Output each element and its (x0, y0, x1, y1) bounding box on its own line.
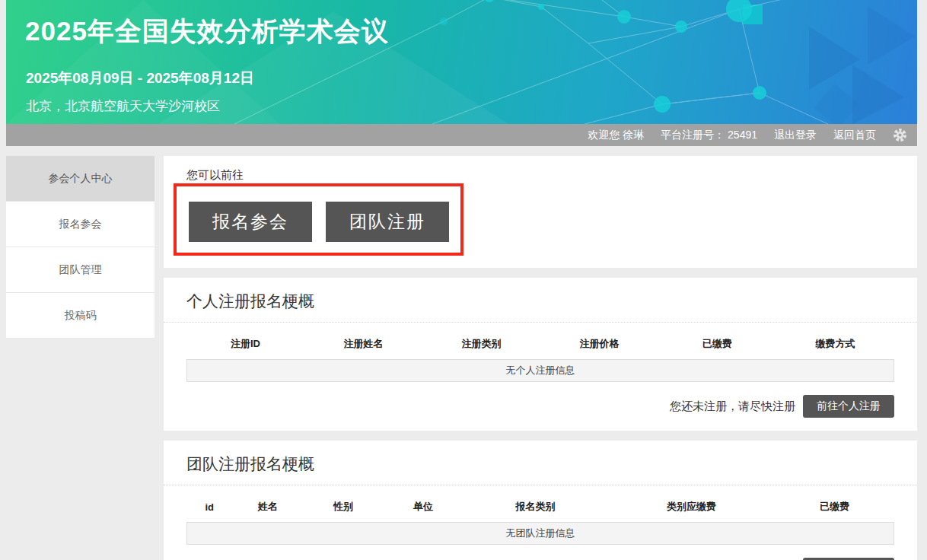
welcome-text: 欢迎您 徐琳 (588, 129, 644, 142)
sidebar-nav: 参会个人中心 报名参会 团队管理 投稿码 (6, 156, 154, 339)
col-reg-price: 注册价格 (540, 330, 658, 359)
col-reg-id: 注册ID (186, 330, 304, 359)
col-reg-name: 注册姓名 (304, 330, 422, 359)
action-button-row: 报名参会 团队注册 (189, 202, 449, 242)
quick-actions-panel: 您可以前往 报名参会 团队注册 (164, 156, 917, 268)
page: 2025年全国失效分析学术会议 2025年08月09日 - 2025年08月12… (0, 0, 927, 560)
conference-location: 北京，北京航空航天大学沙河校区 (26, 97, 220, 115)
team-empty-row: 无团队注册信息 (186, 522, 894, 545)
col-signup-category: 报名类别 (464, 493, 608, 522)
conference-title: 2025年全国失效分析学术会议 (25, 14, 389, 49)
col-paid: 已缴费 (776, 493, 894, 522)
table-header-row: 注册ID 注册姓名 注册类别 注册价格 已缴费 缴费方式 (186, 330, 894, 359)
personal-empty-row: 无个人注册信息 (186, 359, 894, 382)
register-attend-button[interactable]: 报名参会 (189, 202, 312, 242)
content-area: 参会个人中心 报名参会 团队管理 投稿码 您可以前往 报名参会 团队注册 个人注… (6, 156, 917, 560)
user-topbar: 欢迎您 徐琳 平台注册号： 25491 退出登录 返回首页 (6, 124, 917, 146)
goto-hint-text: 您可以前往 (186, 168, 244, 183)
team-registration-table: id 姓名 性别 单位 报名类别 类别应缴费 已缴费 (186, 493, 894, 522)
sidebar-item-team-manage[interactable]: 团队管理 (6, 247, 154, 293)
team-register-button[interactable]: 团队注册 (326, 202, 449, 242)
platform-id-text: 平台注册号： 25491 (661, 129, 757, 142)
sidebar-item-register[interactable]: 报名参会 (6, 202, 154, 247)
team-section-title: 团队注册报名梗概 (164, 441, 917, 485)
col-pay-method: 缴费方式 (776, 330, 894, 359)
table-header-row: id 姓名 性别 单位 报名类别 类别应缴费 已缴费 (186, 493, 894, 522)
team-registration-panel: 团队注册报名梗概 id 姓名 性别 单位 报名类别 类别应缴费 (164, 441, 917, 560)
personal-footer: 您还未注册，请尽快注册 前往个人注册 (186, 395, 894, 418)
personal-registration-panel: 个人注册报名梗概 注册ID 注册姓名 注册类别 注册价格 已缴费 缴费方式 无个… (164, 278, 917, 431)
sidebar-item-submission-code[interactable]: 投稿码 (6, 293, 154, 339)
col-name: 姓名 (232, 493, 303, 522)
col-paid: 已缴费 (658, 330, 776, 359)
not-registered-hint: 您还未注册，请尽快注册 (670, 399, 795, 414)
personal-section-title: 个人注册报名梗概 (164, 278, 917, 323)
go-personal-register-button[interactable]: 前往个人注册 (803, 395, 894, 418)
col-reg-category: 注册类别 (422, 330, 540, 359)
conference-banner: 2025年全国失效分析学术会议 2025年08月09日 - 2025年08月12… (6, 0, 917, 124)
sidebar-item-personal-center[interactable]: 参会个人中心 (6, 156, 154, 202)
personal-registration-table: 注册ID 注册姓名 注册类别 注册价格 已缴费 缴费方式 (186, 330, 894, 359)
main-column: 您可以前往 报名参会 团队注册 个人注册报名梗概 注册ID 注册姓名 注册类别 (164, 156, 917, 560)
back-home-link[interactable]: 返回首页 (833, 129, 876, 142)
gear-icon[interactable] (893, 128, 907, 142)
col-organization: 单位 (384, 493, 464, 522)
logout-link[interactable]: 退出登录 (774, 129, 817, 142)
col-category-due: 类别应缴费 (607, 493, 775, 522)
col-gender: 性别 (303, 493, 383, 522)
conference-dates: 2025年08月09日 - 2025年08月12日 (26, 68, 254, 88)
col-id: id (186, 493, 232, 522)
